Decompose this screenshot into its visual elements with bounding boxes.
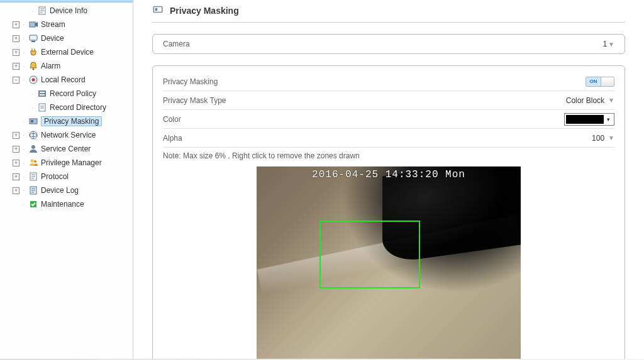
sidebar-item-device[interactable]: +·Device — [0, 31, 133, 45]
note-row: Note: Max size 6% , Right click to remov… — [163, 148, 614, 166]
privacy-masking-toggle[interactable]: ON — [586, 77, 614, 87]
mask-type-label: Privacy Mask Type — [163, 96, 226, 105]
expand-icon[interactable]: + — [13, 35, 19, 42]
chevron-down-icon: ▼ — [608, 97, 614, 104]
sidebar-item-label: Device — [41, 34, 64, 43]
sidebar-item-label: Record Policy — [50, 89, 96, 98]
video-feed[interactable]: 2016-04-25 14:33:20 Mon — [257, 166, 521, 360]
row-privacy-masking: Privacy Masking ON — [163, 72, 614, 91]
sidebar-item-device-log[interactable]: +·Device Log — [0, 183, 133, 197]
caret-down-icon: ▾ — [604, 116, 613, 123]
svg-point-23 — [31, 160, 34, 163]
privacy-masking-label: Privacy Masking — [163, 77, 218, 86]
mask-zone[interactable] — [319, 221, 420, 288]
video-wrap: 2016-04-25 14:33:20 Mon — [163, 166, 614, 360]
chevron-down-icon: ▼ — [608, 41, 614, 48]
sidebar-item-external-device[interactable]: +·External Device — [0, 45, 133, 59]
sidebar-item-privilege-manager[interactable]: +·Privilege Manager — [0, 156, 133, 170]
plug-icon — [28, 47, 38, 57]
sidebar-item-label: Maintenance — [41, 200, 84, 209]
sidebar-item-device-info[interactable]: ·Device Info — [0, 4, 133, 18]
svg-rect-4 — [30, 22, 35, 27]
svg-rect-14 — [39, 104, 45, 111]
tree-joint-icon — [21, 104, 28, 111]
sidebar-scroll[interactable]: ·Device Info+·Stream+·Device+·External D… — [0, 3, 133, 360]
svg-rect-11 — [38, 90, 46, 97]
device-icon — [28, 33, 38, 43]
svg-point-24 — [34, 160, 36, 163]
sidebar: ·Device Info+·Stream+·Device+·External D… — [0, 0, 133, 360]
tree-joint-icon — [21, 8, 28, 14]
privacy-masking-title-icon — [152, 4, 164, 17]
svg-rect-12 — [40, 92, 45, 93]
expand-icon[interactable]: + — [13, 173, 19, 180]
page-title: Privacy Masking — [170, 6, 239, 16]
expand-icon[interactable]: + — [13, 21, 19, 28]
video-timestamp: 2016-04-25 14:33:20 Mon — [257, 169, 521, 180]
sidebar-item-record-policy[interactable]: ·Record Policy — [0, 87, 133, 101]
expand-icon[interactable]: + — [13, 63, 19, 70]
sidebar-item-maintenance[interactable]: ·Maintenance — [0, 197, 133, 211]
sidebar-item-protocol[interactable]: +·Protocol — [0, 170, 133, 183]
sidebar-item-label: Privacy Masking — [41, 116, 102, 126]
svg-rect-7 — [31, 41, 35, 42]
sidebar-item-record-directory[interactable]: ·Record Directory — [0, 101, 133, 114]
sidebar-item-local-record[interactable]: −·Local Record — [0, 73, 133, 87]
sidebar-item-privacy-masking[interactable]: ·Privacy Masking — [0, 114, 133, 128]
network-icon — [28, 130, 38, 140]
color-swatch — [566, 115, 604, 124]
mask-icon — [28, 116, 38, 126]
sidebar-item-label: Alarm — [41, 62, 60, 70]
camera-selector[interactable]: Camera 1 ▼ — [152, 34, 625, 54]
expand-icon[interactable]: + — [13, 132, 19, 139]
svg-point-22 — [31, 145, 35, 149]
mask-type-value: Color Block — [566, 96, 604, 105]
sidebar-item-label: Network Service — [41, 131, 96, 139]
row-alpha[interactable]: Alpha 100 ▼ — [163, 129, 614, 148]
svg-rect-13 — [40, 94, 45, 95]
page-icon — [37, 6, 47, 16]
log-icon — [28, 185, 38, 195]
expand-icon[interactable]: + — [13, 160, 19, 166]
row-color: Color ▾ — [163, 110, 614, 129]
sidebar-item-label: Stream — [41, 20, 65, 29]
sidebar-item-label: External Device — [41, 48, 94, 57]
collapse-icon[interactable]: − — [13, 77, 19, 84]
svg-rect-34 — [153, 7, 162, 13]
alpha-label: Alpha — [163, 134, 182, 143]
camera-value-wrap: 1 ▼ — [602, 40, 614, 48]
chevron-down-icon: ▼ — [608, 134, 614, 141]
policy-icon — [37, 89, 47, 99]
tree-joint-icon — [13, 201, 19, 208]
svg-point-8 — [33, 68, 35, 70]
sidebar-item-label: Local Record — [41, 75, 86, 84]
sidebar-item-service-center[interactable]: +·Service Center — [0, 142, 133, 156]
settings-panel: Privacy Masking ON Privacy Mask Type Col… — [152, 65, 625, 360]
row-mask-type[interactable]: Privacy Mask Type Color Block ▼ — [163, 91, 614, 110]
sidebar-item-label: Device Log — [41, 186, 79, 195]
page-title-bar: Privacy Masking — [152, 0, 625, 23]
folder-icon — [37, 102, 47, 112]
svg-marker-5 — [35, 22, 38, 27]
note-text: Note: Max size 6% , Right click to remov… — [163, 151, 360, 160]
tree-joint-icon — [21, 90, 28, 97]
camera-value: 1 — [602, 40, 607, 48]
svg-point-10 — [32, 79, 35, 82]
color-select[interactable]: ▾ — [564, 113, 614, 126]
toggle-knob — [601, 77, 614, 86]
expand-icon[interactable]: + — [13, 187, 19, 194]
expand-icon[interactable]: + — [13, 49, 19, 56]
tree-joint-icon — [13, 118, 19, 125]
toggle-on-text: ON — [586, 77, 601, 86]
svg-rect-6 — [30, 35, 37, 40]
svg-rect-35 — [155, 8, 158, 11]
expand-icon[interactable]: + — [13, 146, 19, 153]
sidebar-item-label: Record Directory — [50, 103, 106, 112]
user-icon — [28, 144, 38, 154]
sidebar-item-network-service[interactable]: +·Network Service — [0, 128, 133, 142]
users-icon — [28, 158, 38, 168]
page-icon — [28, 172, 38, 182]
sidebar-item-stream[interactable]: +·Stream — [0, 18, 133, 31]
stream-icon — [28, 19, 38, 30]
sidebar-item-alarm[interactable]: +·Alarm — [0, 59, 133, 73]
